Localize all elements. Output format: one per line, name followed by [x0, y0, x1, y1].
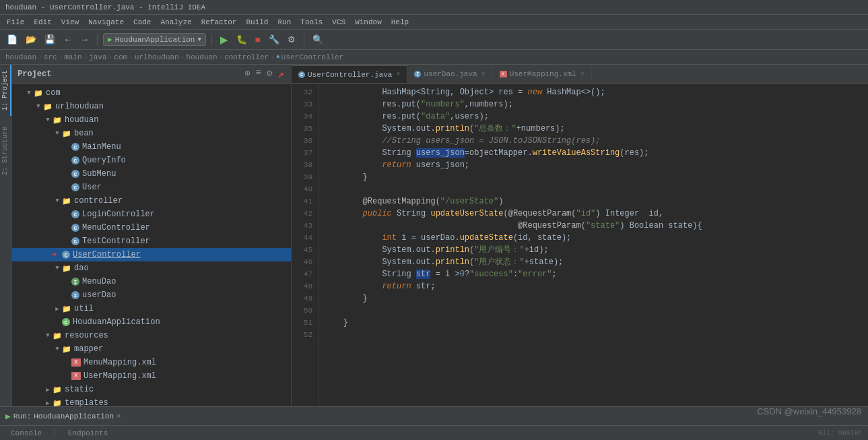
tree-item-submenu[interactable]: ▶ C SubMenu	[12, 167, 291, 181]
tree-item-menudao[interactable]: ▶ I MenuDao	[12, 275, 291, 288]
open-button[interactable]: 📂	[23, 33, 39, 46]
editor-tabs: C UserController.java × I userDao.java ×…	[292, 65, 868, 84]
menu-build[interactable]: Build	[242, 17, 272, 28]
tree-item-dao[interactable]: ▼ 📁 dao	[12, 261, 291, 275]
red-arrow-3-icon: ↗	[276, 66, 286, 82]
tab-project[interactable]: 1: Project	[0, 65, 11, 116]
breadcrumb-houduan[interactable]: houduan	[5, 53, 36, 61]
tree-item-controller[interactable]: ▼ 📁 controller	[12, 194, 291, 208]
tree-item-menucontroller[interactable]: ▶ C MenuController	[12, 221, 291, 234]
tree-item-com[interactable]: ▼ 📁 com	[12, 86, 291, 100]
save-button[interactable]: 💾	[42, 33, 58, 46]
tree-label: User	[82, 183, 102, 192]
tree-item-util[interactable]: ▶ 📁 util	[12, 302, 291, 315]
search-button[interactable]: 🔍	[310, 33, 326, 46]
menu-file[interactable]: File	[3, 17, 28, 28]
code-line-40	[324, 183, 863, 195]
tree-item-testcontroller[interactable]: ▶ C TestController	[12, 234, 291, 248]
run-button[interactable]: ▶	[218, 32, 231, 47]
tab-structure[interactable]: 2: Structure	[0, 121, 11, 181]
tab-userdao[interactable]: I userDao.java ×	[407, 65, 492, 83]
app-selector[interactable]: ▶ HouduanApplication ▼	[103, 33, 206, 46]
tree-item-queryinfo[interactable]: ▶ C QueryInfo	[12, 154, 291, 167]
folder-icon: 📁	[62, 305, 71, 313]
build-button[interactable]: 🔧	[266, 33, 282, 46]
tree-item-userdao[interactable]: ▶ I userDao	[12, 288, 291, 302]
code-editor[interactable]: 32 33 34 35 36 37 38 39 40 41 42 43 44 4…	[292, 84, 868, 406]
menu-tools[interactable]: Tools	[296, 17, 327, 28]
run-close-button[interactable]: ×	[116, 412, 121, 420]
code-line-37: String users_json=objectMapper.writeValu…	[324, 147, 863, 159]
breadcrumb-java[interactable]: java	[89, 53, 106, 61]
bottom-tab-endpoints[interactable]: Endpoints	[63, 428, 113, 439]
folder-icon: 📁	[43, 102, 53, 111]
breadcrumb-src[interactable]: src	[44, 53, 57, 61]
menu-analyze[interactable]: Analyze	[156, 17, 195, 28]
tab-close-button[interactable]: ×	[580, 71, 585, 78]
bottom-tab-console[interactable]: Console	[5, 428, 47, 439]
code-line-36: //String users_json = JSON.toJSONString(…	[324, 135, 863, 147]
folder-icon: 📁	[62, 197, 71, 206]
breadcrumb-houduan2[interactable]: houduan	[186, 53, 217, 61]
watermark: CSDN @weixin_44953928	[757, 406, 861, 416]
watermark-text: CSDN @weixin_44953928	[757, 406, 861, 416]
menu-edit[interactable]: Edit	[30, 17, 55, 28]
folder-icon: 📁	[53, 399, 62, 407]
tree-item-menumapping[interactable]: ▶ X MenuMapping.xml	[12, 356, 291, 369]
menu-help[interactable]: Help	[387, 17, 413, 28]
bottom-bar: Console | Endpoints Git: master	[0, 425, 868, 440]
tree-item-houduanapplication[interactable]: ▶ C HouduanApplication	[12, 315, 291, 329]
breadcrumb-urlhouduan[interactable]: urlhouduan	[135, 53, 179, 61]
add-icon[interactable]: ⊕	[243, 66, 251, 82]
tree-item-bean[interactable]: ▼ 📁 bean	[12, 127, 291, 140]
breadcrumb-controller[interactable]: controller	[224, 53, 269, 61]
tree-item-usermapping[interactable]: ▶ X UserMapping.xml	[12, 369, 291, 383]
menu-code[interactable]: Code	[129, 17, 155, 28]
tree-arrow: ▶	[43, 400, 53, 407]
sdk-button[interactable]: ⚙	[285, 33, 298, 46]
tree-item-templates[interactable]: ▶ 📁 templates	[12, 396, 291, 406]
stop-button[interactable]: ■	[253, 33, 263, 46]
sidebar: Project ⊕ ≡ ⚙ ↗ ▼ 📁 com ▼ 📁 urlhouduan	[12, 65, 292, 406]
tree-item-houduan[interactable]: ▼ 📁 houduan	[12, 113, 291, 127]
tree-item-logincontroller[interactable]: ▶ C LoginController	[12, 208, 291, 221]
tree-label: UserController	[73, 250, 141, 259]
tab-usercontroller[interactable]: C UserController.java ×	[292, 65, 407, 83]
breadcrumb-com[interactable]: com	[114, 53, 127, 61]
run-app-label[interactable]: HouduanApplication	[34, 412, 114, 420]
filter-icon[interactable]: ≡	[255, 66, 263, 82]
menu-refactor[interactable]: Refactor	[197, 17, 241, 28]
breadcrumb-main[interactable]: main	[64, 53, 81, 61]
tree-label: resources	[65, 331, 108, 340]
java-interface-icon: I	[71, 291, 79, 299]
tree-item-usercontroller[interactable]: ➜ C UserController	[12, 248, 291, 261]
menu-view[interactable]: View	[57, 17, 83, 28]
tab-close-button[interactable]: ×	[481, 71, 486, 78]
tab-close-button[interactable]: ×	[396, 71, 400, 78]
menu-run[interactable]: Run	[273, 17, 295, 28]
code-content[interactable]: HashMap<String, Object> res = new HashMa…	[319, 84, 868, 406]
code-line-43: @RequestParam("state") Boolean state){	[324, 220, 863, 232]
tree-item-urlhouduan[interactable]: ▼ 📁 urlhouduan	[12, 100, 291, 113]
tree-item-resources[interactable]: ▼ 📁 resources	[12, 329, 291, 342]
tab-java-icon: C	[298, 71, 305, 78]
tree-item-mainmenu[interactable]: ▶ C MainMenu	[12, 140, 291, 154]
java-class-icon: C	[71, 156, 79, 164]
java-class-icon: C	[62, 318, 70, 326]
back-button[interactable]: ←	[61, 33, 75, 46]
tree-label: houduan	[65, 115, 98, 125]
tree-label: static	[65, 385, 94, 394]
tree-item-static[interactable]: ▶ 📁 static	[12, 383, 291, 396]
menu-vcs[interactable]: VCS	[328, 17, 349, 28]
tree-item-mapper[interactable]: ▼ 📁 mapper	[12, 342, 291, 356]
tree-item-user[interactable]: ▶ C User	[12, 181, 291, 194]
tab-usermapping[interactable]: X UserMapping.xml ×	[493, 65, 592, 83]
forward-button[interactable]: →	[77, 33, 92, 46]
menu-navigate[interactable]: Navigate	[84, 17, 128, 28]
debug-button[interactable]: 🐛	[234, 33, 250, 46]
breadcrumb-usercontroller[interactable]: UserController	[281, 53, 343, 61]
menu-window[interactable]: Window	[351, 17, 386, 28]
new-file-button[interactable]: 📄	[4, 33, 20, 46]
settings-icon[interactable]: ⚙	[265, 66, 273, 82]
tree-label: controller	[74, 196, 123, 206]
